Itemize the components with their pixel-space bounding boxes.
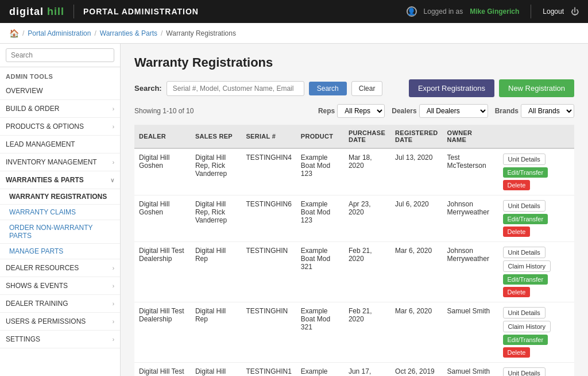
cell-sales-rep: Digital Hill Rep	[191, 302, 242, 363]
breadcrumb-home-icon[interactable]: 🏠	[9, 29, 19, 38]
chevron-down-icon: ∨	[110, 177, 114, 183]
breadcrumb-portal-admin[interactable]: Portal Administration	[28, 29, 91, 37]
cell-actions: Unit Details Edit/Transfer Delete	[498, 195, 574, 242]
sidebar-search-box[interactable]	[0, 44, 120, 67]
clear-button[interactable]: Clear	[351, 81, 383, 96]
breadcrumb-sep-2: /	[94, 29, 96, 37]
edit-transfer-button[interactable]: Edit/Transfer	[503, 274, 548, 285]
cell-product: Example Boat Mod 321	[296, 302, 344, 363]
action-cell: Unit Details Claim History Edit/Transfer…	[503, 307, 570, 358]
search-button[interactable]: Search	[309, 82, 347, 95]
cell-registered-date: Mar 6, 2020	[390, 302, 443, 363]
col-sales-rep: SALES REP	[191, 125, 242, 148]
delete-button[interactable]: Delete	[503, 227, 531, 237]
search-field[interactable]	[167, 81, 304, 96]
table-row: Digital Hill Goshen Digital Hill Rep, Ri…	[134, 195, 574, 242]
sidebar-label-settings: SETTINGS	[6, 335, 40, 343]
brands-select[interactable]: All Brands	[521, 104, 574, 118]
toolbar: Search: Search Clear Export Registration…	[134, 79, 574, 97]
user-divider	[531, 5, 531, 18]
content-area: Warranty Registrations Search: Search Cl…	[121, 44, 588, 376]
cell-owner: Test McTesterson	[443, 148, 498, 195]
dealers-select[interactable]: All Dealers	[419, 104, 488, 118]
col-serial: SERIAL #	[241, 125, 296, 148]
chevron-right-icon: ›	[113, 159, 114, 166]
sidebar-label-overview: OVERVIEW	[6, 87, 42, 95]
cell-product: Example Boat Mod 321	[296, 242, 344, 302]
edit-transfer-button[interactable]: Edit/Transfer	[503, 214, 548, 224]
reps-select[interactable]: All Reps	[337, 104, 385, 118]
sidebar-label-users-permissions: USERS & PERMISSIONS	[6, 317, 86, 325]
logout-button[interactable]: Logout	[543, 7, 564, 16]
top-header: digital hill PORTAL ADMINISTRATION 👤 Log…	[0, 0, 588, 23]
unit-details-button[interactable]: Unit Details	[503, 200, 546, 212]
sidebar-item-shows-events[interactable]: SHOWS & EVENTS ›	[0, 277, 120, 295]
cell-owner: Johnson Merryweather	[443, 195, 498, 242]
logo-area: digital hill	[9, 6, 64, 18]
sidebar-item-inventory-management[interactable]: INVENTORY MANAGEMENT ›	[0, 154, 120, 171]
col-actions	[498, 125, 574, 148]
delete-button[interactable]: Delete	[503, 287, 531, 297]
sidebar-item-overview[interactable]: OVERVIEW	[0, 82, 120, 100]
logo-digital: digital	[9, 6, 44, 17]
unit-details-button[interactable]: Unit Details	[503, 307, 546, 319]
sidebar-item-users-permissions[interactable]: USERS & PERMISSIONS ›	[0, 313, 120, 331]
sidebar: ADMIN TOOLS OVERVIEW BUILD & ORDER › PRO…	[0, 44, 121, 376]
sidebar-label-lead-management: LEAD MANAGEMENT	[6, 140, 75, 148]
sub-header: 🏠 / Portal Administration / Warranties &…	[0, 23, 588, 44]
export-registrations-button[interactable]: Export Registrations	[409, 79, 494, 97]
delete-button[interactable]: Delete	[503, 347, 531, 358]
col-dealer: DEALER	[134, 125, 191, 148]
sidebar-item-products-options[interactable]: PRODUCTS & OPTIONS ›	[0, 118, 120, 136]
cell-serial: TESTINGHIN6	[241, 195, 296, 242]
sidebar-item-warranties-parts[interactable]: WARRANTIES & PARTS ∨	[0, 171, 120, 189]
user-icon: 👤	[407, 6, 417, 17]
sidebar-label-shows-events: SHOWS & EVENTS	[6, 282, 68, 290]
sidebar-item-build-order[interactable]: BUILD & ORDER ›	[0, 100, 120, 118]
sidebar-item-dealer-training[interactable]: DEALER TRAINING ›	[0, 295, 120, 313]
action-cell: Unit Details Edit/Transfer Delete	[503, 154, 570, 190]
unit-details-button[interactable]: Unit Details	[503, 247, 546, 258]
unit-details-button[interactable]: Unit Details	[503, 367, 546, 376]
dealers-filter-group: Dealers All Dealers	[392, 104, 488, 118]
cell-purchase-date: Feb 21, 2020	[344, 242, 390, 302]
cell-serial: TESTINGHIN	[241, 242, 296, 302]
cell-dealer: Digital Hill Goshen	[134, 195, 191, 242]
power-icon[interactable]: ⏻	[571, 7, 579, 16]
registrations-table: DEALER SALES REP SERIAL # PRODUCT PURCHA…	[134, 125, 574, 376]
edit-transfer-button[interactable]: Edit/Transfer	[503, 335, 548, 345]
cell-dealer: Digital Hill Test Dealership	[134, 242, 191, 302]
sidebar-sub-order-non-warranty[interactable]: ORDER NON-WARRANTY PARTS	[0, 220, 120, 244]
brands-label: Brands	[495, 107, 519, 115]
cell-purchase-date: Jun 17, 2020	[344, 363, 390, 377]
col-product: PRODUCT	[296, 125, 344, 148]
unit-details-button[interactable]: Unit Details	[503, 154, 546, 165]
claim-history-button[interactable]: Claim History	[503, 321, 551, 332]
new-registration-button[interactable]: New Registration	[499, 79, 574, 97]
cell-purchase-date: Feb 21, 2020	[344, 302, 390, 363]
cell-sales-rep: Digital Hill Rep, Rick Vanderrep	[191, 148, 242, 195]
chevron-right-icon: ›	[113, 301, 114, 307]
claim-history-button[interactable]: Claim History	[503, 260, 551, 272]
main-layout: ADMIN TOOLS OVERVIEW BUILD & ORDER › PRO…	[0, 44, 588, 376]
sidebar-sub-warranty-registrations[interactable]: WARRANTY REGISTRATIONS	[0, 189, 120, 205]
portal-title: PORTAL ADMINISTRATION	[83, 7, 407, 16]
action-cell: Unit Details Edit/Transfer Delete	[503, 200, 570, 237]
page-title: Warranty Registrations	[134, 55, 574, 70]
reps-filter-group: Reps All Reps	[318, 104, 385, 118]
cell-dealer: Digital Hill Test Dealership	[134, 363, 191, 377]
sidebar-sub-manage-parts[interactable]: MANAGE PARTS	[0, 244, 120, 259]
search-input[interactable]	[6, 48, 114, 62]
edit-transfer-button[interactable]: Edit/Transfer	[503, 167, 548, 178]
sidebar-item-lead-management[interactable]: LEAD MANAGEMENT	[0, 136, 120, 154]
sidebar-item-dealer-resources[interactable]: DEALER RESOURCES ›	[0, 259, 120, 277]
cell-product: Example Boat Mod 123	[296, 148, 344, 195]
breadcrumb-warranties-parts[interactable]: Warranties & Parts	[100, 29, 157, 37]
dealers-label: Dealers	[392, 107, 416, 115]
sidebar-sub-warranty-claims[interactable]: WARRANTY CLAIMS	[0, 205, 120, 220]
delete-button[interactable]: Delete	[503, 180, 531, 190]
cell-actions: Unit Details Edit/Transfer Delete	[498, 148, 574, 195]
filters-row: Showing 1-10 of 10 Reps All Reps Dealers…	[134, 104, 574, 118]
sidebar-item-settings[interactable]: SETTINGS ›	[0, 331, 120, 348]
sidebar-label-dealer-training: DEALER TRAINING	[6, 300, 68, 308]
